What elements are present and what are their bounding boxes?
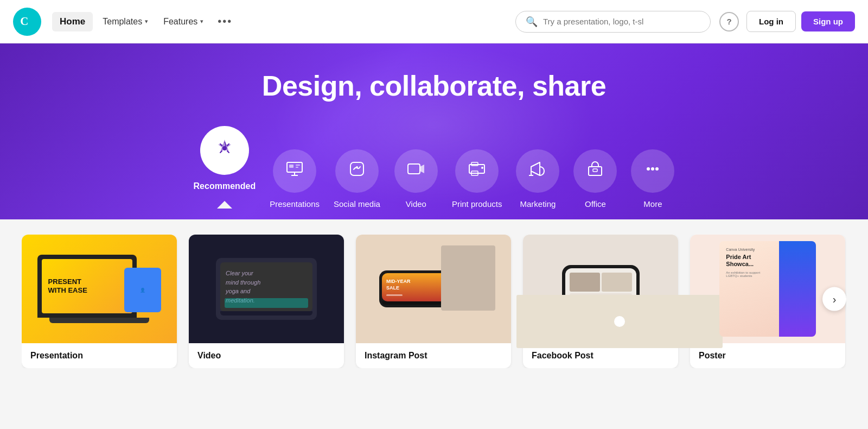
category-label-marketing: Marketing bbox=[520, 199, 556, 209]
svg-point-14 bbox=[481, 167, 483, 169]
category-label-more: More bbox=[643, 199, 662, 209]
category-label-video: Video bbox=[406, 199, 426, 209]
presentations-icon bbox=[285, 159, 304, 183]
svg-rect-10 bbox=[408, 164, 420, 174]
svg-point-20 bbox=[651, 167, 654, 171]
category-video[interactable]: Video bbox=[390, 149, 442, 219]
poster-title-text: Pride ArtShowca... bbox=[726, 254, 776, 268]
signup-button[interactable]: Sign up bbox=[801, 11, 855, 31]
card-label-presentation: Presentation bbox=[22, 343, 177, 368]
nav-home[interactable]: Home bbox=[52, 12, 93, 31]
hero-banner: Design, collaborate, share Recommended P… bbox=[0, 43, 868, 219]
card-instagram[interactable]: MID-YEARSALE Instagram Post bbox=[356, 235, 511, 368]
nav-more-dots[interactable]: ••• bbox=[211, 11, 239, 32]
svg-rect-18 bbox=[593, 169, 597, 172]
category-label-office: Office bbox=[585, 199, 606, 209]
login-button[interactable]: Log in bbox=[746, 11, 796, 32]
category-label-presentations: Presentations bbox=[270, 199, 320, 209]
category-circle-recommended bbox=[200, 126, 249, 175]
svg-point-19 bbox=[647, 167, 650, 171]
active-indicator bbox=[217, 201, 232, 209]
more-icon bbox=[643, 159, 662, 183]
card-label-video: Video bbox=[189, 343, 344, 368]
category-social-media[interactable]: Social media bbox=[329, 149, 385, 219]
category-circle-office bbox=[573, 149, 617, 193]
card-facebook[interactable]: Facebook Post bbox=[523, 235, 678, 368]
card-thumb-instagram: MID-YEARSALE bbox=[356, 235, 511, 343]
category-presentations[interactable]: Presentations bbox=[265, 149, 324, 219]
card-label-instagram: Instagram Post bbox=[356, 343, 511, 368]
search-input[interactable] bbox=[543, 17, 700, 26]
svg-rect-3 bbox=[289, 165, 293, 168]
nav-templates-label: Templates bbox=[103, 17, 142, 27]
chevron-down-icon: ▾ bbox=[200, 18, 203, 25]
canva-logo[interactable]: C bbox=[13, 8, 41, 36]
card-presentation[interactable]: PRESENTWITH EASE 👤 Presentation bbox=[22, 235, 177, 368]
hero-categories: Recommended Presentations Social media V… bbox=[0, 126, 868, 219]
navbar: C Home Templates ▾ Features ▾ ••• 🔍 ? Lo… bbox=[0, 0, 868, 43]
card-thumb-video: Clear yourmind throughyoga andmeditation… bbox=[189, 235, 344, 343]
social-media-icon bbox=[347, 159, 367, 183]
category-recommended[interactable]: Recommended bbox=[189, 126, 260, 219]
svg-point-9 bbox=[356, 166, 358, 168]
instagram-screen-text: MID-YEARSALE bbox=[386, 279, 442, 291]
nav-features[interactable]: Features ▾ bbox=[156, 12, 211, 31]
hero-title: Design, collaborate, share bbox=[0, 70, 868, 102]
category-more[interactable]: More bbox=[627, 149, 679, 219]
category-circle-marketing bbox=[516, 149, 559, 193]
svg-rect-17 bbox=[589, 167, 602, 175]
marketing-icon bbox=[528, 159, 547, 183]
category-circle-video bbox=[394, 149, 438, 193]
category-circle-more bbox=[631, 149, 674, 193]
cards-row: PRESENTWITH EASE 👤 Presentation Clear yo… bbox=[22, 235, 846, 368]
category-marketing[interactable]: Marketing bbox=[512, 149, 564, 219]
svg-rect-4 bbox=[296, 165, 300, 166]
category-print-products[interactable]: Print products bbox=[448, 149, 507, 219]
category-circle-print-products bbox=[455, 149, 499, 193]
category-circle-presentations bbox=[273, 149, 316, 193]
help-button[interactable]: ? bbox=[719, 12, 739, 31]
svg-rect-8 bbox=[350, 162, 363, 175]
category-circle-social-media bbox=[335, 149, 379, 193]
category-label-print-products: Print products bbox=[452, 199, 502, 209]
category-label-recommended: Recommended bbox=[194, 181, 256, 191]
video-icon bbox=[406, 159, 426, 183]
card-video[interactable]: Clear yourmind throughyoga andmeditation… bbox=[189, 235, 344, 368]
category-office[interactable]: Office bbox=[569, 149, 621, 219]
category-label-social-media: Social media bbox=[334, 199, 380, 209]
search-icon: 🔍 bbox=[526, 16, 538, 28]
search-bar: 🔍 bbox=[515, 11, 711, 33]
presentation-screen-text: PRESENTWITH EASE bbox=[48, 277, 87, 294]
card-thumb-facebook bbox=[523, 235, 678, 343]
svg-rect-5 bbox=[296, 167, 298, 168]
nav-templates[interactable]: Templates ▾ bbox=[95, 12, 156, 31]
svg-point-1 bbox=[222, 146, 227, 150]
content-section: PRESENTWITH EASE 👤 Presentation Clear yo… bbox=[0, 219, 868, 390]
nav-features-label: Features bbox=[163, 17, 197, 27]
print-products-icon bbox=[467, 159, 487, 183]
recommended-icon bbox=[214, 137, 235, 163]
chevron-down-icon: ▾ bbox=[145, 18, 148, 25]
next-button[interactable]: › bbox=[822, 287, 846, 311]
svg-point-21 bbox=[655, 167, 659, 171]
office-icon bbox=[585, 159, 605, 183]
card-thumb-presentation: PRESENTWITH EASE 👤 bbox=[22, 235, 177, 343]
svg-text:C: C bbox=[20, 15, 28, 27]
